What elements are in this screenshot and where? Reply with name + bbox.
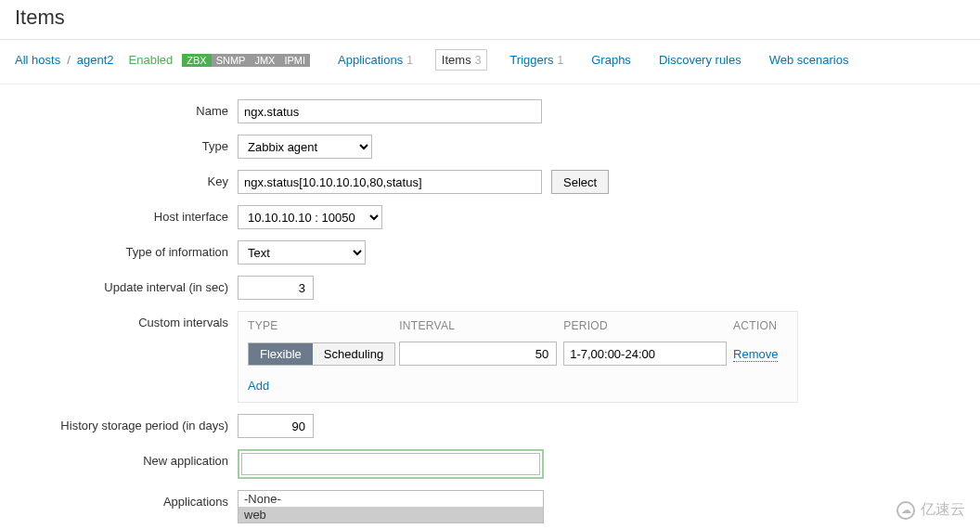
tab-triggers[interactable]: Triggers1 — [504, 50, 569, 70]
ci-period-input[interactable] — [563, 342, 727, 366]
watermark: ☁ 亿速云 — [896, 500, 965, 520]
tab-graphs[interactable]: Graphs — [586, 50, 637, 70]
tab-web-scenarios[interactable]: Web scenarios — [764, 50, 855, 70]
custom-intervals-label: Custom intervals — [15, 311, 238, 329]
badge-ipmi: IPMI — [279, 54, 310, 67]
applications-option-none[interactable]: -None- — [239, 491, 543, 507]
item-form: Name Type Zabbix agent Key Select Host i… — [0, 84, 980, 529]
tab-discovery-rules[interactable]: Discovery rules — [653, 50, 747, 70]
page-title: Items — [0, 0, 980, 40]
ci-col-action: ACTION — [733, 319, 788, 332]
status-enabled: Enabled — [129, 53, 174, 67]
interface-badges: ZBX SNMP JMX IPMI — [182, 54, 310, 67]
tabs: Applications1 Items3 Triggers1 Graphs Di… — [332, 49, 854, 71]
applications-label: Applications — [15, 490, 238, 509]
name-input[interactable] — [238, 99, 542, 123]
tab-items[interactable]: Items3 — [435, 49, 487, 71]
topbar: All hosts / agent2 Enabled ZBX SNMP JMX … — [0, 40, 980, 84]
type-of-info-label: Type of information — [15, 240, 238, 259]
applications-option-web[interactable]: web — [239, 507, 543, 523]
custom-intervals-table: TYPE INTERVAL PERIOD ACTION Flexible Sch… — [238, 311, 798, 403]
badge-snmp: SNMP — [212, 54, 251, 67]
ci-interval-input[interactable] — [399, 342, 557, 366]
tab-applications[interactable]: Applications1 — [332, 50, 419, 70]
type-select[interactable]: Zabbix agent — [238, 135, 372, 159]
breadcrumb-sep: / — [67, 53, 71, 67]
ci-col-interval: INTERVAL — [399, 319, 563, 332]
breadcrumb: All hosts / agent2 — [15, 53, 114, 67]
update-interval-label: Update interval (in sec) — [15, 276, 238, 294]
ci-scheduling-button[interactable]: Scheduling — [313, 343, 394, 365]
ci-col-period: PERIOD — [563, 319, 733, 332]
history-storage-input[interactable] — [238, 414, 314, 438]
new-application-label: New application — [15, 449, 238, 468]
type-of-info-select[interactable]: Text — [238, 240, 366, 264]
breadcrumb-all-hosts[interactable]: All hosts — [15, 53, 60, 67]
ci-remove-link[interactable]: Remove — [733, 347, 778, 362]
host-interface-select[interactable]: 10.10.10.10 : 10050 — [238, 205, 382, 229]
name-label: Name — [15, 99, 238, 118]
host-interface-label: Host interface — [15, 205, 238, 224]
applications-listbox[interactable]: -None- web — [238, 490, 544, 523]
ci-col-type: TYPE — [248, 319, 399, 332]
new-application-input[interactable] — [241, 453, 540, 475]
badge-jmx: JMX — [250, 54, 279, 67]
key-label: Key — [15, 170, 238, 188]
ci-add-link[interactable]: Add — [248, 379, 269, 393]
history-storage-label: History storage period (in days) — [15, 414, 238, 432]
ci-type-toggle: Flexible Scheduling — [248, 342, 395, 366]
cloud-icon: ☁ — [896, 501, 915, 520]
key-select-button[interactable]: Select — [551, 170, 609, 194]
badge-zbx: ZBX — [182, 54, 211, 67]
key-input[interactable] — [238, 170, 542, 194]
type-label: Type — [15, 135, 238, 153]
update-interval-input[interactable] — [238, 276, 314, 300]
new-application-highlight — [238, 449, 544, 479]
ci-flexible-button[interactable]: Flexible — [249, 343, 313, 365]
custom-interval-row: Flexible Scheduling Remove — [239, 342, 797, 375]
breadcrumb-host[interactable]: agent2 — [77, 53, 114, 67]
